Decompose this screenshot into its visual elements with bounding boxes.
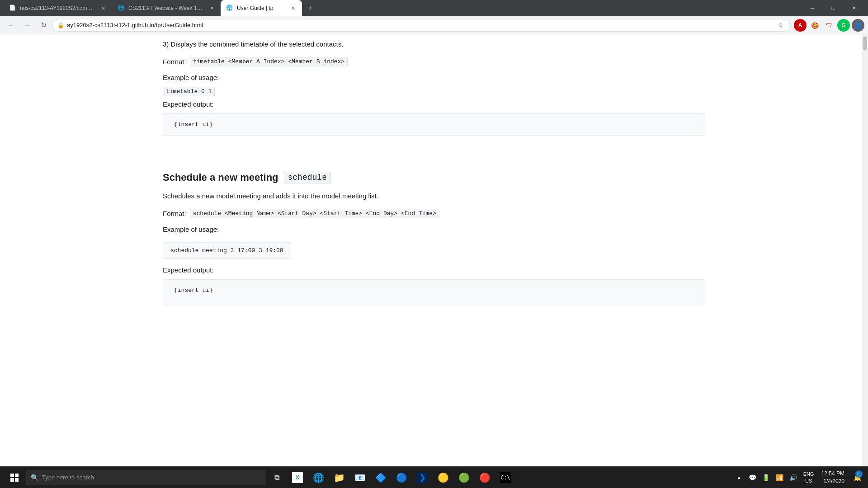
url-text: ay1920s2-cs2113t-t12-1.github.io/tp/User… [67, 22, 773, 28]
extension-icons: A 🍪 🛡 G 👤 [794, 19, 864, 32]
spotify-icon[interactable]: 🟢 [454, 468, 474, 488]
schedule-example-block: schedule meeting 3 17:00 3 19:00 [163, 242, 291, 259]
schedule-output-code: {insert ui} [174, 287, 213, 294]
excel-icon[interactable]: X [288, 468, 307, 488]
search-icon: 🔍 [31, 474, 38, 481]
window-controls: ─ □ ✕ [802, 0, 864, 16]
time-display: 12:54 PM [821, 470, 844, 478]
refresh-button[interactable]: ↻ [36, 18, 51, 33]
file-explorer-logo: 📁 [334, 472, 345, 483]
cmd-icon[interactable]: C:\ [495, 468, 515, 488]
scroll-thumb[interactable] [863, 37, 867, 50]
date-display: 1/4/2020 [823, 478, 844, 485]
shield-ext-icon[interactable]: 🛡 [823, 19, 835, 32]
terminal-icon[interactable]: ❯ [412, 468, 432, 488]
schedule-description: Schedules a new model.meeting and adds i… [163, 191, 705, 202]
timetable-example-code: timetable 0 1 [163, 87, 215, 96]
account-icon[interactable]: 👤 [852, 19, 864, 32]
tab-1-close[interactable]: ✕ [99, 5, 107, 12]
close-button[interactable]: ✕ [844, 0, 864, 16]
app7-logo: 🔵 [396, 472, 407, 483]
scroll-area[interactable]: 3) Displays the combined timetable of th… [0, 34, 868, 466]
tab-3[interactable]: 🌐 User Guide | tp ✕ [221, 0, 302, 16]
tab-3-close[interactable]: ✕ [289, 5, 297, 12]
timetable-intro: 3) Displays the combined timetable of th… [163, 39, 705, 50]
teams-icon[interactable]: 🔷 [371, 468, 391, 488]
outlook-logo: 📧 [354, 472, 366, 483]
taskbar-right: ▲ 💬 🔋 📶 🔊 ENG US 12:54 PM 1/4/2020 🔔 21 [733, 467, 864, 488]
cmd-logo: C:\ [500, 472, 511, 483]
volume-icon[interactable]: 🔊 [787, 471, 800, 484]
system-tray: ▲ 💬 🔋 📶 🔊 [733, 471, 800, 484]
battery-icon[interactable]: 🔋 [760, 471, 773, 484]
task-view-button[interactable]: ⧉ [267, 468, 287, 488]
chrome-icon[interactable]: 🌐 [308, 468, 328, 488]
sticky-notes-icon[interactable]: 🟡 [433, 468, 453, 488]
forward-button[interactable]: → [20, 18, 34, 33]
app7-icon[interactable]: 🔵 [392, 468, 411, 488]
schedule-example-label: Example of usage: [163, 225, 705, 233]
chrome-logo: 🌐 [313, 472, 324, 483]
lock-icon: 🔒 [57, 22, 64, 28]
start-button[interactable] [4, 467, 25, 488]
schedule-section: Schedule a new meeting schedule Schedule… [163, 172, 705, 306]
main-content: 3) Displays the combined timetable of th… [163, 34, 705, 318]
schedule-format-line: Format: schedule <Meeting Name> <Start D… [163, 209, 705, 218]
excel-logo: X [292, 472, 303, 483]
schedule-heading-code: schedule [284, 172, 331, 183]
timetable-output-label: Expected output: [163, 100, 705, 108]
terminal-logo: ❯ [417, 472, 428, 483]
tab-2[interactable]: 🌐 CS2113/T Website - Week 11 - P... ✕ [112, 0, 221, 16]
back-button[interactable]: ← [4, 18, 18, 33]
tab-1-favicon: 📄 [9, 5, 16, 12]
timetable-example-label: Example of usage: [163, 74, 705, 81]
clock[interactable]: 12:54 PM 1/4/2020 [818, 470, 848, 485]
acrobat-ext-icon[interactable]: A [794, 19, 807, 32]
schedule-format-label: Format: [163, 210, 186, 217]
cookie-ext-icon[interactable]: 🍪 [808, 19, 821, 32]
search-placeholder: Type here to search [42, 474, 94, 481]
spacer [163, 143, 705, 161]
nav-bar: ← → ↻ 🔒 ay1920s2-cs2113t-t12-1.github.io… [0, 16, 868, 34]
windows-logo [10, 474, 19, 482]
tab-3-favicon: 🌐 [226, 5, 233, 12]
bookmark-button[interactable]: ☆ [776, 22, 785, 29]
page-content: 3) Displays the combined timetable of th… [0, 34, 868, 466]
taskbar-search[interactable]: 🔍 Type here to search [26, 470, 266, 485]
angular-logo: 🔴 [479, 472, 491, 483]
file-explorer-icon[interactable]: 📁 [329, 468, 349, 488]
timetable-output-block: {insert ui} [163, 113, 705, 136]
teams-logo: 🔷 [375, 472, 387, 483]
schedule-format-code: schedule <Meeting Name> <Start Day> <Sta… [190, 209, 439, 218]
network-icon[interactable]: 📶 [774, 471, 786, 484]
notification-button[interactable]: 🔔 21 [850, 467, 864, 488]
browser-window: 📄 nus-cs2113-AY1920S2/communi... ✕ 🌐 CS2… [0, 0, 868, 488]
timetable-format-code: timetable <Member A Index> <Member B ind… [190, 57, 348, 66]
taskbar: 🔍 Type here to search ⧉ X 🌐 📁 📧 🔷 🔵 ❯ [0, 466, 868, 488]
outlook-icon[interactable]: 📧 [350, 468, 370, 488]
timetable-format-line: Format: timetable <Member A Index> <Memb… [163, 57, 705, 66]
timetable-format-label: Format: [163, 58, 186, 66]
wechat-icon[interactable]: 💬 [746, 471, 759, 484]
tab-2-title: CS2113/T Website - Week 11 - P... [128, 5, 204, 11]
address-bar[interactable]: 🔒 ay1920s2-cs2113t-t12-1.github.io/tp/Us… [52, 19, 790, 32]
title-bar: 📄 nus-cs2113-AY1920S2/communi... ✕ 🌐 CS2… [0, 0, 868, 16]
tab-3-title: User Guide | tp [237, 5, 286, 11]
tab-1-title: nus-cs2113-AY1920S2/communi... [20, 5, 96, 11]
maximize-button[interactable]: □ [823, 0, 844, 16]
schedule-heading-text: Schedule a new meeting [163, 172, 278, 183]
language-label: ENG [803, 471, 814, 477]
g-ext-icon[interactable]: G [837, 19, 850, 32]
vertical-scrollbar[interactable] [862, 34, 868, 466]
tab-2-close[interactable]: ✕ [208, 5, 215, 12]
new-tab-button[interactable]: + [304, 2, 316, 14]
angular-icon[interactable]: 🔴 [475, 468, 495, 488]
notification-badge: 21 [855, 470, 863, 478]
tray-arrow[interactable]: ▲ [733, 471, 745, 484]
schedule-example-code: schedule meeting 3 17:00 3 19:00 [170, 247, 283, 254]
region-label: US [805, 478, 812, 484]
tab-1[interactable]: 📄 nus-cs2113-AY1920S2/communi... ✕ [4, 0, 112, 16]
language-selector[interactable]: ENG US [802, 471, 816, 484]
timetable-output-code: {insert ui} [174, 121, 213, 128]
minimize-button[interactable]: ─ [802, 0, 823, 16]
